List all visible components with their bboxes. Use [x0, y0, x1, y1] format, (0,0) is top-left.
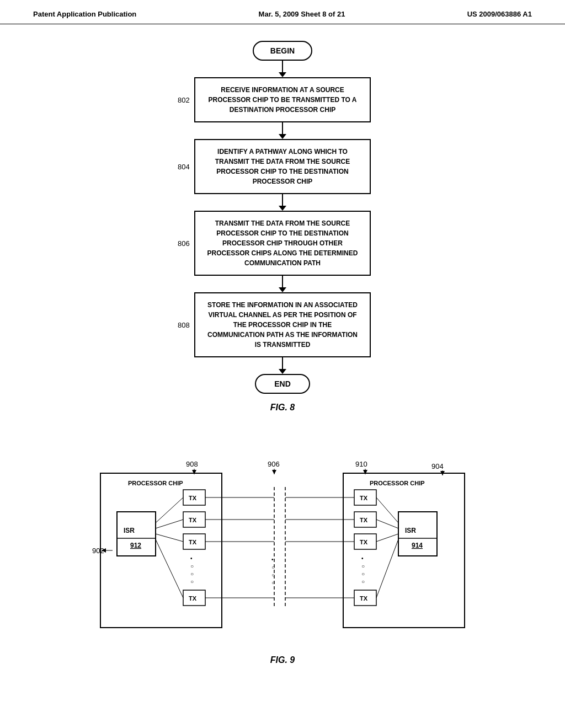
svg-text:○: ○ — [361, 579, 365, 585]
svg-line-46 — [156, 497, 183, 523]
arrow-0 — [279, 61, 286, 77]
svg-rect-4 — [117, 512, 156, 556]
svg-text:○: ○ — [271, 572, 275, 578]
arrow-4 — [279, 357, 286, 374]
svg-text:•: • — [190, 555, 193, 561]
svg-line-53 — [376, 539, 398, 598]
header-publication: Patent Application Publication — [33, 10, 136, 18]
svg-text:TX: TX — [360, 517, 368, 523]
svg-line-49 — [156, 539, 183, 598]
fig9-container: PROCESSOR CHIP PROCESSOR CHIP ISR 912 IS… — [33, 440, 532, 665]
svg-text:•: • — [361, 555, 364, 561]
svg-text:•: • — [271, 556, 274, 563]
begin-node: BEGIN — [253, 41, 312, 61]
svg-text:908: 908 — [186, 460, 198, 468]
svg-text:TX: TX — [189, 495, 197, 501]
svg-line-52 — [376, 534, 398, 542]
svg-rect-0 — [100, 473, 222, 628]
header-date-sheet: Mar. 5, 2009 Sheet 8 of 21 — [259, 10, 345, 18]
main-content: BEGIN 802 RECEIVE INFORMATION AT A SOURC… — [0, 24, 565, 682]
svg-text:TX: TX — [189, 517, 197, 523]
fig9-svg: PROCESSOR CHIP PROCESSOR CHIP ISR 912 IS… — [89, 440, 476, 650]
svg-line-51 — [376, 520, 398, 528]
fig8-caption: FIG. 8 — [270, 403, 295, 413]
svg-line-48 — [156, 534, 183, 542]
arrow-3 — [279, 276, 286, 292]
svg-text:912: 912 — [130, 542, 141, 549]
flowchart-fig8: BEGIN 802 RECEIVE INFORMATION AT A SOURC… — [33, 41, 532, 413]
step-808-box: STORE THE INFORMATION IN AN ASSOCIATED V… — [194, 292, 371, 357]
step-804-label: 804 — [178, 163, 190, 171]
svg-text:○: ○ — [190, 563, 194, 569]
step-802-box: RECEIVE INFORMATION AT A SOURCE PROCESSO… — [194, 77, 371, 122]
svg-text:914: 914 — [412, 542, 423, 549]
step-804-box: IDENTIFY A PATHWAY ALONG WHICH TO TRANSM… — [194, 139, 371, 194]
svg-text:○: ○ — [361, 563, 365, 569]
svg-text:TX: TX — [189, 595, 197, 602]
step-808-label: 808 — [178, 321, 190, 329]
svg-text:TX: TX — [360, 539, 368, 545]
svg-line-47 — [156, 520, 183, 528]
step-806-label: 806 — [178, 239, 190, 248]
svg-text:TX: TX — [360, 595, 368, 602]
step-806-box: TRANSMIT THE DATA FROM THE SOURCE PROCES… — [194, 211, 371, 276]
svg-text:904: 904 — [431, 462, 444, 470]
header-patent-number: US 2009/063886 A1 — [467, 10, 532, 18]
fig9-caption: FIG. 9 — [270, 655, 295, 665]
step-806-row: 806 TRANSMIT THE DATA FROM THE SOURCE PR… — [145, 211, 420, 276]
step-802-label: 802 — [178, 96, 190, 104]
arrow-1 — [279, 122, 286, 139]
svg-text:ISR: ISR — [405, 527, 416, 534]
svg-text:○: ○ — [271, 580, 275, 586]
arrow-2 — [279, 194, 286, 211]
step-808-row: 808 STORE THE INFORMATION IN AN ASSOCIAT… — [145, 292, 420, 357]
step-802-row: 802 RECEIVE INFORMATION AT A SOURCE PROC… — [145, 77, 420, 122]
svg-text:PROCESSOR CHIP: PROCESSOR CHIP — [128, 480, 183, 486]
fig9-diagram: PROCESSOR CHIP PROCESSOR CHIP ISR 912 IS… — [89, 440, 476, 650]
step-804-row: 804 IDENTIFY A PATHWAY ALONG WHICH TO TR… — [145, 139, 420, 194]
svg-text:○: ○ — [361, 571, 365, 577]
page-header: Patent Application Publication Mar. 5, 2… — [0, 0, 565, 24]
svg-line-50 — [376, 497, 398, 523]
svg-text:TX: TX — [360, 495, 368, 501]
svg-text:910: 910 — [355, 460, 367, 468]
svg-text:○: ○ — [190, 571, 194, 577]
svg-text:TX: TX — [189, 539, 197, 545]
svg-marker-69 — [272, 470, 276, 474]
svg-rect-8 — [398, 512, 437, 556]
svg-text:ISR: ISR — [124, 527, 135, 534]
end-node: END — [255, 374, 310, 394]
svg-text:PROCESSOR CHIP: PROCESSOR CHIP — [370, 480, 425, 486]
svg-text:906: 906 — [268, 460, 280, 468]
svg-text:○: ○ — [271, 564, 275, 570]
svg-text:○: ○ — [190, 579, 194, 585]
